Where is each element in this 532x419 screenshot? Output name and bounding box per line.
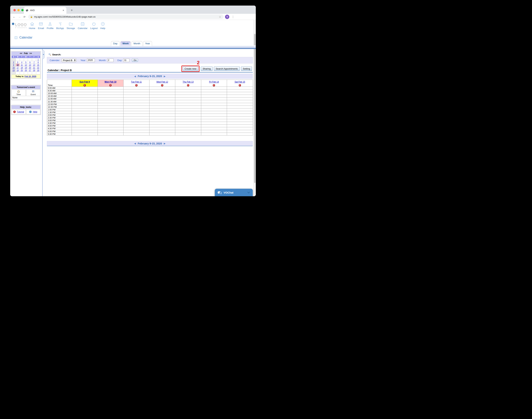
add-appointment-icon[interactable]: + (109, 84, 111, 86)
time-slot (124, 105, 149, 108)
mini-calendar-day-24[interactable]: 24 (17, 69, 19, 71)
mini-calendar-day-8[interactable]: 8 (37, 61, 39, 63)
mini-calendar-day-26[interactable]: 26 (25, 69, 27, 71)
day-link-wed-feb-12[interactable]: Wed Feb 12 (156, 81, 168, 83)
day-input[interactable] (123, 59, 129, 62)
next-week-arrow-bottom[interactable]: ▶ (164, 142, 166, 145)
add-appointment-icon[interactable]: + (239, 84, 241, 86)
mini-calendar-day-2[interactable]: 2 (13, 61, 14, 63)
back-button[interactable]: ← (13, 15, 16, 18)
mini-calendar-day-7[interactable]: 7 (34, 61, 35, 63)
day-link-mon-feb-10[interactable]: Mon Feb 10 (105, 81, 116, 83)
sidebar-collapse-handle[interactable]: ◀ (42, 50, 44, 59)
time-slot (124, 130, 149, 133)
day-link-tue-feb-11[interactable]: Tue Feb 11 (131, 81, 142, 83)
time-slot (175, 103, 201, 105)
next-week-arrow-top[interactable]: ▶ (164, 75, 166, 78)
day-link-fri-feb-14[interactable]: Fri Feb 14 (209, 81, 219, 83)
today-link[interactable]: Feb 10, 2020 (25, 75, 36, 78)
month-input[interactable] (107, 59, 113, 62)
week-nav-top: ◀ February 9-15, 2020 ▶ (47, 74, 253, 79)
mini-calendar-day-27[interactable]: 27 (29, 69, 31, 71)
button-search-appointments[interactable]: Search Appointments (214, 67, 240, 71)
mini-calendar-day-4[interactable]: 4 (21, 61, 22, 63)
address-bar[interactable]: 🔒 my.agnx.com/-/vo/SID600313304fokiuzokc… (28, 14, 223, 19)
mini-calendar-day-5[interactable]: 5 (25, 61, 26, 63)
window-controls[interactable] (13, 9, 24, 11)
add-appointment-icon[interactable]: + (213, 84, 215, 86)
top-nav-home[interactable]: Home (29, 22, 35, 30)
add-appointment-icon[interactable]: + (187, 84, 189, 86)
mini-calendar-next[interactable]: >> (30, 52, 32, 55)
zoom-window-button[interactable] (21, 9, 24, 11)
chevron-down-icon[interactable] (247, 191, 250, 194)
scrollbar-thumb[interactable] (254, 34, 256, 183)
mini-calendar-day-18[interactable]: 18 (21, 66, 23, 69)
top-nav-logout[interactable]: Logout (90, 22, 98, 30)
button-create-new[interactable]: Create new (183, 67, 198, 71)
mini-calendar-day-9[interactable]: 9 (13, 64, 14, 66)
mini-calendar-day-1[interactable]: 1 (37, 58, 39, 61)
prev-week-arrow-top[interactable]: ◀ (134, 75, 136, 78)
mini-calendar-day-14[interactable]: 14 (33, 64, 35, 66)
tab-year[interactable]: Year (143, 41, 152, 46)
browser-menu-icon[interactable]: ⋮ (232, 15, 234, 18)
top-nav-help[interactable]: ?Help (100, 22, 105, 30)
time-row: 3:00 PM (47, 119, 253, 122)
time-slot (227, 119, 253, 122)
time-slot (98, 97, 124, 100)
top-nav-email[interactable]: Email (38, 22, 44, 30)
day-header-fri-feb-14: Fri Feb 14+ (201, 80, 227, 87)
top-nav-bizapp[interactable]: BizApp (56, 22, 64, 30)
mini-calendar-day-13[interactable]: 13 (29, 64, 31, 66)
mini-calendar-day-20[interactable]: 20 (29, 66, 31, 69)
mini-calendar-day-21[interactable]: 21 (33, 66, 35, 69)
tab-week[interactable]: Week (121, 41, 131, 46)
help-link[interactable]: Help (33, 111, 37, 113)
vochat-widget[interactable]: VOChat (215, 189, 253, 196)
mini-calendar-day-3[interactable]: 3 (17, 61, 18, 63)
logo-reflection-fade (15, 26, 30, 30)
close-window-button[interactable] (13, 9, 16, 11)
tab-day[interactable]: Day (111, 41, 120, 46)
forward-button[interactable]: → (18, 15, 21, 18)
tutorial-link[interactable]: Tutorial (17, 111, 24, 113)
minimize-window-button[interactable] (17, 9, 20, 11)
add-appointment-icon[interactable]: + (135, 84, 137, 86)
button-sharing[interactable]: Sharing (201, 67, 212, 71)
mini-calendar-day-12[interactable]: 12 (25, 64, 27, 66)
mini-calendar-day-16[interactable]: 16 (12, 66, 15, 69)
mini-calendar-day-25[interactable]: 25 (21, 69, 23, 71)
day-link-sat-feb-15[interactable]: Sat Feb 15 (235, 81, 245, 83)
button-setting[interactable]: Setting (241, 67, 252, 71)
top-nav-calendar[interactable]: Calendar (78, 22, 87, 30)
reload-button[interactable]: ⟳ (24, 15, 25, 18)
tab-month[interactable]: Month (132, 41, 142, 46)
day-link-sun-feb-9[interactable]: Sun Feb 9 (79, 81, 90, 83)
top-nav-profile[interactable]: Profile (47, 22, 53, 30)
prev-week-arrow-bottom[interactable]: ◀ (134, 142, 136, 145)
mini-calendar-day-19[interactable]: 19 (25, 66, 27, 69)
top-nav-storage[interactable]: Storage (67, 22, 75, 30)
day-link-thu-feb-13[interactable]: Thu Feb 13 (183, 81, 194, 83)
profile-avatar[interactable]: V (225, 15, 229, 19)
mini-calendar-day-6[interactable]: 6 (29, 61, 30, 63)
mini-calendar-day-22[interactable]: 22 (37, 66, 39, 69)
year-input[interactable] (87, 59, 95, 62)
add-appointment-icon[interactable]: + (84, 84, 86, 86)
browser-tab[interactable]: AVO ✕ (24, 7, 66, 14)
mini-calendar-day-17[interactable]: 17 (17, 66, 19, 69)
mini-calendar-day-11[interactable]: 11 (21, 64, 23, 66)
mini-calendar-day-23[interactable]: 23 (12, 69, 15, 71)
new-tab-button[interactable]: + (71, 8, 73, 13)
mini-calendar-day-29[interactable]: 29 (37, 69, 39, 71)
add-appointment-icon[interactable]: + (161, 84, 163, 86)
close-tab-icon[interactable]: ✕ (62, 9, 65, 12)
mini-calendar-prev[interactable]: << (20, 52, 22, 55)
mini-calendar-day-28[interactable]: 28 (33, 69, 35, 71)
mini-calendar-day-10[interactable]: 10 (17, 64, 19, 66)
calendar-select[interactable]: Project B (62, 58, 77, 62)
bookmark-star-icon[interactable]: ☆ (219, 15, 221, 18)
mini-calendar-day-15[interactable]: 15 (37, 64, 39, 66)
go-button[interactable]: Go (132, 59, 138, 62)
